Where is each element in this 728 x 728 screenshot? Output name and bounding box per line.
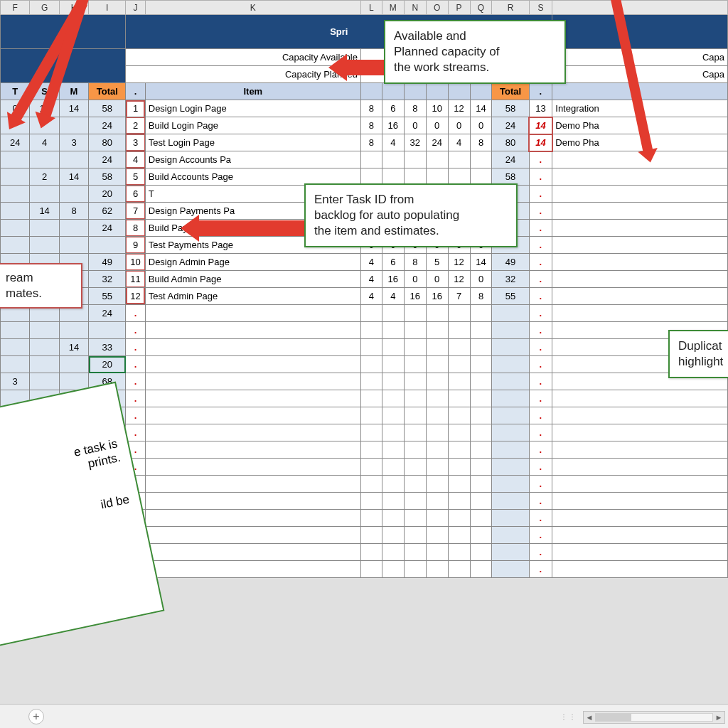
cell[interactable]: 8 [470, 134, 492, 151]
table-row[interactable]: 01214581Design Login Page8681012145813In… [1, 100, 728, 117]
cell[interactable]: 4 [360, 288, 382, 305]
cell[interactable] [552, 203, 728, 220]
cell[interactable] [360, 390, 382, 407]
cell[interactable]: . [529, 510, 552, 527]
cell[interactable] [448, 390, 470, 407]
cell[interactable]: . [529, 203, 552, 220]
table-row[interactable]: 244Design Accounts Pa24. [1, 151, 728, 168]
cell[interactable]: 4 [360, 254, 382, 271]
cell[interactable] [552, 271, 728, 288]
cell[interactable]: 8 [360, 134, 382, 151]
cell[interactable] [426, 424, 448, 441]
cell[interactable] [404, 527, 426, 544]
cell[interactable] [59, 151, 88, 168]
cell[interactable]: 8 [360, 100, 382, 117]
cell[interactable] [1, 203, 30, 220]
cell[interactable]: . [126, 390, 145, 407]
cell[interactable]: 7 [126, 203, 145, 220]
cell[interactable] [145, 305, 360, 322]
cell[interactable] [30, 373, 59, 390]
cell[interactable] [470, 527, 492, 544]
cell[interactable] [426, 476, 448, 493]
table-row[interactable]: 1433.. [1, 339, 728, 356]
cell[interactable] [59, 186, 88, 203]
cell[interactable] [448, 441, 470, 459]
cell[interactable] [404, 561, 426, 578]
cell[interactable] [382, 544, 404, 561]
cell[interactable]: 14 [470, 254, 492, 271]
cell[interactable]: 8 [126, 220, 145, 237]
cell[interactable] [426, 441, 448, 459]
cell[interactable]: 4 [382, 134, 404, 151]
cell[interactable] [382, 476, 404, 493]
cell[interactable] [470, 561, 492, 578]
cell[interactable] [382, 390, 404, 407]
cell[interactable] [448, 322, 470, 339]
cell[interactable]: Build Accounts Page [145, 168, 360, 186]
table-row[interactable]: 6685512Test Admin Page4416167855. [1, 288, 728, 305]
cell[interactable]: 6 [382, 100, 404, 117]
cell[interactable]: Design Login Page [145, 100, 360, 117]
cell[interactable]: . [529, 322, 552, 339]
cell[interactable] [382, 510, 404, 527]
col-header-S[interactable]: S [529, 1, 552, 15]
scroll-right-button[interactable]: ► [713, 712, 724, 723]
cell[interactable]: 7 [448, 288, 470, 305]
cell[interactable] [382, 407, 404, 424]
cell[interactable]: 16 [382, 117, 404, 134]
cell[interactable] [426, 390, 448, 407]
cell[interactable]: 0 [448, 117, 470, 134]
cell[interactable]: 14 [59, 339, 88, 356]
cell[interactable] [404, 476, 426, 493]
cell[interactable] [448, 459, 470, 476]
cell[interactable] [404, 510, 426, 527]
cell[interactable] [492, 356, 529, 373]
cell[interactable] [492, 459, 529, 476]
cell[interactable] [145, 527, 360, 544]
cell[interactable] [360, 151, 382, 168]
cell[interactable]: 24 [492, 151, 529, 168]
cell[interactable]: 12 [448, 254, 470, 271]
cell[interactable] [382, 441, 404, 459]
cell[interactable] [404, 151, 426, 168]
cell[interactable]: 58 [492, 168, 529, 186]
cell[interactable] [448, 561, 470, 578]
cell[interactable]: 4 [126, 151, 145, 168]
cell[interactable] [1, 168, 30, 186]
cell[interactable] [492, 373, 529, 390]
cell[interactable]: 4 [448, 134, 470, 151]
cell[interactable] [382, 373, 404, 390]
cell[interactable] [470, 322, 492, 339]
col-header-M[interactable]: M [382, 1, 404, 15]
cell[interactable]: 33 [89, 339, 126, 356]
cell[interactable] [59, 117, 88, 134]
cell[interactable] [492, 407, 529, 424]
cell[interactable] [552, 220, 728, 237]
cell[interactable]: 3 [59, 134, 88, 151]
cell[interactable] [404, 168, 426, 186]
cell[interactable] [552, 561, 728, 578]
cell[interactable] [404, 544, 426, 561]
cell[interactable]: 20 [89, 356, 126, 373]
cell[interactable] [360, 322, 382, 339]
cell[interactable] [360, 510, 382, 527]
table-row[interactable]: 214585Build Accounts Page58. [1, 168, 728, 186]
cell[interactable] [470, 493, 492, 510]
cell[interactable] [470, 476, 492, 493]
cell[interactable] [30, 220, 59, 237]
cell[interactable] [59, 220, 88, 237]
cell[interactable] [145, 493, 360, 510]
cell[interactable] [360, 476, 382, 493]
cell[interactable] [360, 168, 382, 186]
cell[interactable] [404, 305, 426, 322]
cell[interactable] [426, 322, 448, 339]
cell[interactable] [30, 339, 59, 356]
cell[interactable] [552, 237, 728, 254]
cell[interactable] [145, 459, 360, 476]
cell[interactable] [448, 151, 470, 168]
cell[interactable] [470, 407, 492, 424]
cell[interactable] [404, 322, 426, 339]
cell[interactable] [360, 373, 382, 390]
tab-drag-handle[interactable]: ⋮⋮ [560, 713, 577, 721]
cell[interactable] [552, 459, 728, 476]
